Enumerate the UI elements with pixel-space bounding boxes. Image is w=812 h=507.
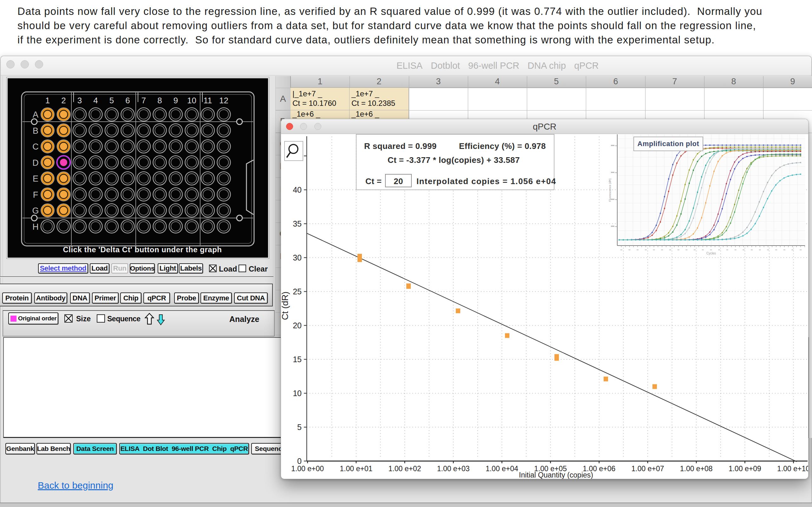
svg-text:H: H (32, 222, 39, 232)
svg-text:30: 30 (293, 253, 302, 262)
svg-text:2: 2 (61, 96, 66, 105)
svg-text:F: F (33, 190, 38, 200)
svg-text:1: 1 (45, 96, 50, 105)
svg-text:G: G (32, 206, 39, 216)
svg-text:1.00 e+08: 1.00 e+08 (680, 464, 713, 473)
svg-text:12: 12 (219, 96, 229, 105)
svg-text:1.00 e+09: 1.00 e+09 (728, 464, 761, 473)
svg-text:40: 40 (293, 185, 302, 194)
svg-text:9: 9 (173, 96, 178, 105)
svg-text:1.00 e+01: 1.00 e+01 (340, 464, 372, 473)
svg-text:1.00 e+00: 1.00 e+00 (291, 464, 324, 473)
svg-text:7: 7 (142, 96, 146, 105)
svg-text:20: 20 (293, 321, 302, 330)
svg-text:11: 11 (204, 96, 212, 105)
svg-text:5: 5 (109, 96, 114, 105)
svg-text:5: 5 (297, 423, 302, 432)
svg-text:1.00 e+10: 1.00 e+10 (777, 464, 808, 473)
svg-text:Interpolated copies = 1.056 e+: Interpolated copies = 1.056 e+04 (416, 176, 556, 186)
svg-text:Cycles: Cycles (706, 251, 716, 255)
svg-text:4: 4 (93, 96, 98, 105)
svg-text:Ct = -3.377 * log(copies) + 33: Ct = -3.377 * log(copies) + 33.587 (388, 155, 520, 165)
svg-text:A: A (33, 110, 38, 119)
svg-text:R squared = 0.999: R squared = 0.999 (364, 141, 437, 151)
svg-text:8: 8 (157, 96, 162, 105)
svg-text:E: E (33, 174, 38, 183)
svg-text:20: 20 (394, 176, 403, 186)
svg-text:Initial Quantity (copies): Initial Quantity (copies) (519, 471, 593, 479)
svg-text:25: 25 (293, 287, 302, 296)
svg-text:Ct (dR): Ct (dR) (281, 291, 290, 320)
svg-text:Fluorescence (dR): Fluorescence (dR) (608, 178, 612, 202)
svg-text:D: D (32, 158, 39, 168)
svg-text:6: 6 (125, 96, 130, 105)
svg-text:35: 35 (293, 219, 302, 228)
svg-text:10: 10 (187, 96, 196, 105)
svg-text:1.00 e+03: 1.00 e+03 (437, 464, 470, 473)
svg-text:1.00 e+04: 1.00 e+04 (486, 464, 518, 473)
svg-text:Amplification plot: Amplification plot (638, 140, 699, 148)
svg-text:Ct =: Ct = (365, 176, 382, 186)
svg-text:Click the 'Delta Ct' button un: Click the 'Delta Ct' button under the gr… (63, 245, 222, 254)
svg-text:Efficiency (%) = 0.978: Efficiency (%) = 0.978 (459, 141, 546, 151)
svg-text:3: 3 (78, 96, 82, 105)
svg-text:C: C (32, 142, 39, 152)
svg-text:1.00 e+07: 1.00 e+07 (631, 464, 664, 473)
svg-text:10: 10 (293, 389, 302, 398)
svg-text:1.00 e+02: 1.00 e+02 (389, 464, 421, 473)
svg-text:0: 0 (297, 457, 302, 465)
svg-text:B: B (33, 126, 38, 135)
svg-text:15: 15 (293, 355, 302, 364)
